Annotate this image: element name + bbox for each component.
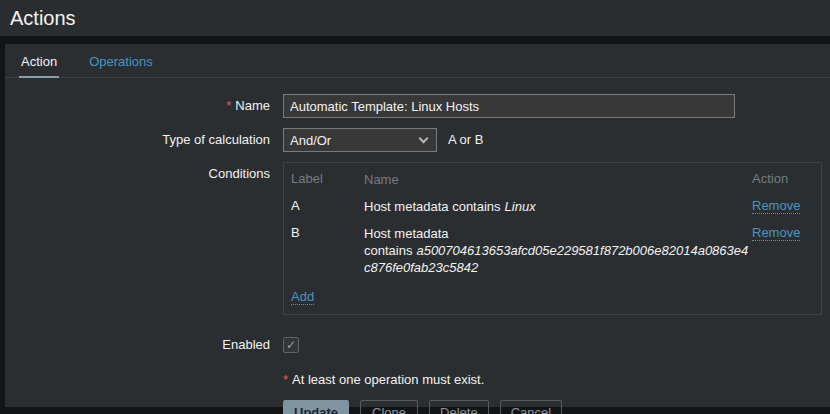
name-row: *Name [5, 94, 830, 118]
update-button[interactable]: Update [283, 400, 349, 414]
conditions-table-header: Label Name Action [284, 166, 821, 193]
remove-condition-a-link[interactable]: Remove [752, 198, 800, 214]
form-buttons: Update Clone Delete Cancel [283, 400, 830, 414]
calculation-select[interactable]: And/Or [283, 128, 437, 152]
tab-operations[interactable]: Operations [87, 44, 155, 78]
action-form-panel: Action Operations *Name Type of calculat… [5, 44, 830, 407]
actions-page: Actions Action Operations *Name Type of … [0, 0, 830, 414]
conditions-row: Conditions Label Name Action A Host meta… [5, 162, 830, 315]
condition-b-name: Host metadata containsa500704613653afcd0… [364, 225, 752, 276]
column-header-action: Action [752, 171, 815, 188]
clone-button[interactable]: Clone [360, 400, 418, 414]
required-asterisk: * [226, 98, 231, 113]
condition-a-label: A [284, 198, 364, 215]
condition-a-value: Linux [505, 199, 536, 214]
action-form: *Name Type of calculation And/Or A or B … [5, 78, 830, 414]
page-header: Actions [0, 0, 830, 36]
column-header-label: Label [284, 171, 364, 188]
calculation-row: Type of calculation And/Or A or B [5, 128, 830, 152]
remove-condition-b-link[interactable]: Remove [752, 225, 800, 241]
condition-row-b: B Host metadata containsa500704613653afc… [284, 220, 821, 281]
tab-operations-label: Operations [89, 54, 153, 69]
condition-b-label: B [284, 225, 364, 276]
page-title: Actions [10, 7, 76, 30]
calculation-label: Type of calculation [5, 128, 270, 152]
checkmark-icon: ✓ [286, 338, 296, 352]
calculation-formula: A or B [448, 128, 483, 152]
delete-button[interactable]: Delete [429, 400, 489, 414]
tab-action-label: Action [21, 54, 57, 69]
enabled-label: Enabled [5, 333, 270, 357]
cancel-button[interactable]: Cancel [500, 400, 562, 414]
add-condition-link[interactable]: Add [291, 289, 314, 305]
enabled-row: Enabled ✓ [5, 333, 830, 357]
condition-row-a: A Host metadata containsLinux Remove [284, 193, 821, 220]
condition-b-value: a500704613653afcd05e229581f872b006e82014… [364, 243, 748, 275]
conditions-table: Label Name Action A Host metadata contai… [283, 162, 822, 315]
name-label: *Name [5, 94, 270, 118]
calculation-selected-value: And/Or [290, 133, 331, 148]
tab-bar: Action Operations [5, 44, 830, 78]
enabled-checkbox[interactable]: ✓ [283, 337, 299, 353]
condition-a-name: Host metadata containsLinux [364, 198, 752, 215]
operation-required-message: *At least one operation must exist. [283, 372, 830, 387]
tab-action[interactable]: Action [19, 44, 59, 78]
chevron-down-icon [419, 134, 429, 144]
column-header-name: Name [364, 171, 752, 188]
conditions-label: Conditions [5, 162, 270, 186]
name-input[interactable] [283, 94, 735, 118]
form-footer: *At least one operation must exist. Upda… [283, 372, 830, 414]
required-asterisk: * [283, 372, 288, 387]
